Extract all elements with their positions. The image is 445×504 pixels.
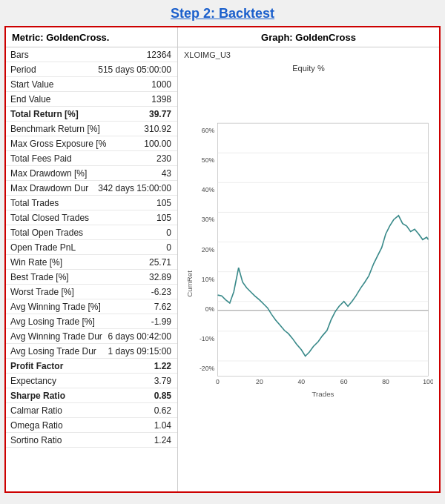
svg-text:20: 20 [256, 378, 263, 385]
metric-row: Sharpe Ratio0.85 [6, 388, 177, 403]
chart-title: Equity % [292, 64, 324, 73]
metric-label: Total Open Trades [10, 228, 119, 238]
metric-value: 515 days 05:00:00 [98, 64, 171, 75]
metric-row: Total Open Trades0 [6, 225, 177, 240]
svg-text:20%: 20% [202, 246, 215, 253]
equity-chart: CumRet 60% 50% 40% 30% 20% 10% 0% -10% -… [184, 74, 433, 485]
metric-label: Total Closed Trades [10, 213, 119, 223]
left-panel: Metric: GoldenCross. Bars12364Period515 … [6, 27, 178, 491]
metric-label: Best Trade [%] [10, 272, 119, 282]
metric-label: Max Gross Exposure [% [10, 139, 119, 149]
svg-text:30%: 30% [202, 216, 215, 223]
metric-row: Sortino Ratio1.24 [6, 433, 177, 448]
metric-label: Total Trades [10, 198, 119, 208]
svg-text:Trades: Trades [312, 390, 334, 398]
svg-text:-20%: -20% [200, 365, 215, 372]
metric-value: 310.92 [119, 124, 171, 134]
metric-value: 6 days 00:42:00 [108, 331, 171, 342]
metric-value: 342 days 15:00:00 [98, 183, 171, 193]
svg-text:10%: 10% [202, 276, 215, 283]
metric-value: 100.00 [119, 139, 171, 149]
metric-label: Bars [10, 50, 119, 60]
metric-row: Win Rate [%]25.71 [6, 255, 177, 270]
metric-label: End Value [10, 94, 119, 105]
metric-value: 0 [119, 228, 171, 238]
metric-row: Omega Ratio1.04 [6, 418, 177, 433]
metric-value: 32.89 [119, 272, 171, 282]
metric-row: Avg Winning Trade [%]7.62 [6, 299, 177, 314]
metric-label: Avg Winning Trade [%] [10, 302, 119, 312]
svg-text:40%: 40% [202, 186, 215, 193]
metric-row: Period515 days 05:00:00 [6, 62, 177, 77]
metric-value: 0.62 [119, 405, 171, 416]
metric-label: Max Drawdown Dur [10, 183, 98, 193]
metric-label: Worst Trade [%] [10, 287, 119, 297]
metric-value: 25.71 [119, 257, 171, 268]
metric-row: Total Fees Paid230 [6, 151, 177, 166]
metric-label: Omega Ratio [10, 420, 119, 431]
metric-row: Avg Winning Trade Dur6 days 00:42:00 [6, 329, 177, 344]
metric-label: Start Value [10, 79, 119, 90]
metric-row: Max Gross Exposure [%100.00 [6, 136, 177, 151]
chart-container: Equity % CumRet 60% 50% 40% 30% 20% 10% … [178, 59, 439, 491]
graph-label-top: XLOIMG_U3 [178, 47, 439, 59]
metric-row: Benchmark Return [%]310.92 [6, 122, 177, 136]
metric-row: Start Value1000 [6, 77, 177, 92]
metric-row: End Value1398 [6, 92, 177, 107]
metric-label: Period [10, 64, 98, 75]
metric-row: Max Drawdown Dur342 days 15:00:00 [6, 181, 177, 196]
metric-label: Expectancy [10, 376, 119, 386]
svg-text:-10%: -10% [200, 335, 215, 342]
svg-text:CumRet: CumRet [185, 271, 194, 297]
page-title: Step 2: Backtest [0, 0, 445, 26]
metric-value: 7.62 [119, 302, 171, 312]
metric-label: Avg Losing Trade [%] [10, 316, 119, 327]
metric-value: 230 [119, 153, 171, 164]
metric-row: Max Drawdown [%]43 [6, 166, 177, 181]
metric-value: 43 [119, 168, 171, 179]
metric-row: Avg Losing Trade [%]-1.99 [6, 314, 177, 329]
metric-row: Total Closed Trades105 [6, 210, 177, 225]
metric-row: Total Trades105 [6, 196, 177, 210]
svg-text:100: 100 [423, 378, 433, 385]
metric-value: 1.04 [119, 420, 171, 431]
metric-label: Open Trade PnL [10, 242, 119, 253]
svg-text:60: 60 [340, 378, 348, 385]
metric-value: 105 [119, 213, 171, 223]
svg-text:40: 40 [297, 378, 305, 385]
metric-value: 1398 [119, 94, 171, 105]
metric-row: Open Trade PnL0 [6, 240, 177, 255]
metric-value: 1.24 [119, 435, 171, 445]
metric-value: 1.22 [119, 361, 171, 371]
svg-text:50%: 50% [202, 156, 215, 164]
metric-label: Benchmark Return [%] [10, 124, 119, 134]
metric-value: -6.23 [119, 287, 171, 297]
metric-label: Max Drawdown [%] [10, 168, 119, 179]
metric-row: Worst Trade [%]-6.23 [6, 285, 177, 299]
metric-value: -1.99 [119, 316, 171, 327]
metric-label: Total Fees Paid [10, 153, 119, 164]
metric-value: 1000 [119, 79, 171, 90]
metric-label: Win Rate [%] [10, 257, 119, 268]
metric-value: 3.79 [119, 376, 171, 386]
metric-label: Avg Losing Trade Dur [10, 346, 108, 357]
metric-label: Calmar Ratio [10, 405, 119, 416]
metric-value: 105 [119, 198, 171, 208]
metric-value: 39.77 [119, 109, 171, 119]
svg-text:60%: 60% [202, 127, 215, 134]
metric-row: Total Return [%]39.77 [6, 107, 177, 122]
metric-row: Profit Factor1.22 [6, 359, 177, 374]
metric-value: 12364 [119, 50, 171, 60]
metric-row: Bars12364 [6, 47, 177, 62]
left-panel-title: Metric: GoldenCross. [6, 27, 177, 47]
metric-row: Calmar Ratio0.62 [6, 403, 177, 418]
metric-row: Best Trade [%]32.89 [6, 270, 177, 285]
metric-label: Total Return [%] [10, 109, 119, 119]
metric-value: 1 days 09:15:00 [108, 346, 171, 357]
metric-row: Avg Losing Trade Dur1 days 09:15:00 [6, 344, 177, 359]
metric-value: 0.85 [119, 391, 171, 401]
right-panel-title: Graph: GoldenCross [178, 27, 439, 47]
svg-text:0: 0 [216, 378, 220, 385]
metrics-container: Bars12364Period515 days 05:00:00Start Va… [6, 47, 177, 448]
metric-row: Expectancy3.79 [6, 374, 177, 388]
